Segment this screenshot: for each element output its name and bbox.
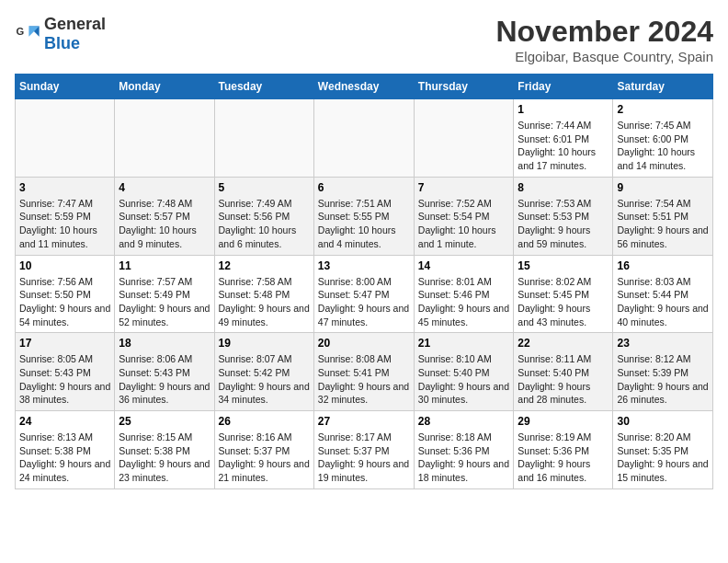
day-number: 26 (219, 415, 310, 428)
day-info: Sunrise: 8:03 AM Sunset: 5:44 PM Dayligh… (617, 275, 709, 329)
day-number: 29 (518, 415, 609, 428)
day-info: Sunrise: 7:47 AM Sunset: 5:59 PM Dayligh… (19, 197, 110, 251)
day-number: 18 (119, 337, 210, 350)
day-number: 13 (318, 259, 410, 272)
calendar-day-cell (214, 99, 313, 178)
calendar-day-cell (115, 99, 214, 178)
day-info: Sunrise: 7:51 AM Sunset: 5:55 PM Dayligh… (318, 197, 410, 251)
calendar-day-cell: 20Sunrise: 8:08 AM Sunset: 5:41 PM Dayli… (313, 333, 414, 411)
day-info: Sunrise: 8:18 AM Sunset: 5:36 PM Dayligh… (418, 431, 510, 485)
calendar-day-cell: 18Sunrise: 8:06 AM Sunset: 5:43 PM Dayli… (115, 333, 214, 411)
page-header: G General Blue November 2024 Elgoibar, B… (15, 15, 713, 64)
weekday-header: Saturday (613, 75, 713, 99)
calendar-day-cell (414, 99, 514, 178)
day-info: Sunrise: 7:49 AM Sunset: 5:56 PM Dayligh… (219, 197, 310, 251)
weekday-header: Monday (115, 75, 214, 99)
day-number: 7 (418, 181, 510, 194)
calendar-day-cell: 2Sunrise: 7:45 AM Sunset: 6:00 PM Daylig… (613, 99, 713, 178)
day-number: 30 (617, 415, 709, 428)
calendar-day-cell: 28Sunrise: 8:18 AM Sunset: 5:36 PM Dayli… (414, 411, 514, 489)
weekday-header: Tuesday (214, 75, 313, 99)
weekday-header: Thursday (414, 75, 514, 99)
day-number: 1 (518, 103, 609, 116)
day-number: 5 (219, 181, 310, 194)
day-number: 3 (19, 181, 110, 194)
day-info: Sunrise: 7:56 AM Sunset: 5:50 PM Dayligh… (19, 275, 110, 329)
day-info: Sunrise: 8:12 AM Sunset: 5:39 PM Dayligh… (617, 352, 709, 407)
day-number: 27 (318, 415, 410, 428)
day-number: 19 (219, 337, 310, 350)
calendar-day-cell: 16Sunrise: 8:03 AM Sunset: 5:44 PM Dayli… (613, 255, 713, 333)
day-info: Sunrise: 8:13 AM Sunset: 5:38 PM Dayligh… (19, 431, 110, 485)
calendar-week-row: 10Sunrise: 7:56 AM Sunset: 5:50 PM Dayli… (16, 255, 713, 333)
day-info: Sunrise: 7:54 AM Sunset: 5:51 PM Dayligh… (617, 197, 709, 251)
logo: G General Blue (15, 15, 106, 53)
calendar-week-row: 24Sunrise: 8:13 AM Sunset: 5:38 PM Dayli… (16, 411, 713, 489)
day-info: Sunrise: 8:20 AM Sunset: 5:35 PM Dayligh… (617, 431, 709, 485)
day-number: 15 (518, 259, 609, 272)
calendar-day-cell: 5Sunrise: 7:49 AM Sunset: 5:56 PM Daylig… (214, 177, 313, 255)
calendar-day-cell: 23Sunrise: 8:12 AM Sunset: 5:39 PM Dayli… (613, 333, 713, 411)
calendar-day-cell: 27Sunrise: 8:17 AM Sunset: 5:37 PM Dayli… (313, 411, 414, 489)
subtitle: Elgoibar, Basque Country, Spain (495, 49, 713, 64)
svg-text:G: G (16, 26, 24, 37)
day-info: Sunrise: 8:00 AM Sunset: 5:47 PM Dayligh… (318, 275, 410, 329)
day-number: 11 (119, 259, 210, 272)
main-title: November 2024 (495, 15, 713, 49)
calendar-day-cell: 24Sunrise: 8:13 AM Sunset: 5:38 PM Dayli… (16, 411, 115, 489)
calendar-week-row: 1Sunrise: 7:44 AM Sunset: 6:01 PM Daylig… (16, 99, 713, 178)
calendar-day-cell: 13Sunrise: 8:00 AM Sunset: 5:47 PM Dayli… (313, 255, 414, 333)
day-number: 17 (19, 337, 110, 350)
day-info: Sunrise: 8:16 AM Sunset: 5:37 PM Dayligh… (219, 431, 310, 485)
calendar-day-cell: 30Sunrise: 8:20 AM Sunset: 5:35 PM Dayli… (613, 411, 713, 489)
calendar-day-cell: 22Sunrise: 8:11 AM Sunset: 5:40 PM Dayli… (514, 333, 613, 411)
day-info: Sunrise: 8:02 AM Sunset: 5:45 PM Dayligh… (518, 275, 609, 329)
day-info: Sunrise: 8:01 AM Sunset: 5:46 PM Dayligh… (418, 275, 510, 329)
day-number: 10 (19, 259, 110, 272)
calendar-day-cell (16, 99, 115, 178)
calendar-day-cell: 19Sunrise: 8:07 AM Sunset: 5:42 PM Dayli… (214, 333, 313, 411)
calendar-day-cell: 21Sunrise: 8:10 AM Sunset: 5:40 PM Dayli… (414, 333, 514, 411)
day-info: Sunrise: 8:15 AM Sunset: 5:38 PM Dayligh… (119, 431, 210, 485)
day-info: Sunrise: 8:06 AM Sunset: 5:43 PM Dayligh… (119, 352, 210, 407)
day-info: Sunrise: 7:58 AM Sunset: 5:48 PM Dayligh… (219, 275, 310, 329)
day-number: 6 (318, 181, 410, 194)
day-info: Sunrise: 8:19 AM Sunset: 5:36 PM Dayligh… (518, 431, 609, 485)
day-number: 28 (418, 415, 510, 428)
day-number: 4 (119, 181, 210, 194)
day-number: 21 (418, 337, 510, 350)
day-number: 16 (617, 259, 709, 272)
day-info: Sunrise: 7:44 AM Sunset: 6:01 PM Dayligh… (518, 119, 609, 173)
calendar-day-cell: 10Sunrise: 7:56 AM Sunset: 5:50 PM Dayli… (16, 255, 115, 333)
calendar-day-cell: 3Sunrise: 7:47 AM Sunset: 5:59 PM Daylig… (16, 177, 115, 255)
logo-icon: G (15, 21, 40, 47)
day-info: Sunrise: 8:05 AM Sunset: 5:43 PM Dayligh… (19, 352, 110, 407)
calendar-day-cell: 12Sunrise: 7:58 AM Sunset: 5:48 PM Dayli… (214, 255, 313, 333)
day-info: Sunrise: 8:08 AM Sunset: 5:41 PM Dayligh… (318, 352, 410, 407)
weekday-header: Friday (514, 75, 613, 99)
day-info: Sunrise: 8:17 AM Sunset: 5:37 PM Dayligh… (318, 431, 410, 485)
day-number: 23 (617, 337, 709, 350)
calendar-day-cell: 17Sunrise: 8:05 AM Sunset: 5:43 PM Dayli… (16, 333, 115, 411)
day-info: Sunrise: 8:11 AM Sunset: 5:40 PM Dayligh… (518, 352, 609, 407)
day-number: 8 (518, 181, 609, 194)
day-number: 20 (318, 337, 410, 350)
weekday-header: Wednesday (313, 75, 414, 99)
day-number: 2 (617, 103, 709, 116)
weekday-header: Sunday (16, 75, 115, 99)
day-info: Sunrise: 7:48 AM Sunset: 5:57 PM Dayligh… (119, 197, 210, 251)
title-area: November 2024 Elgoibar, Basque Country, … (495, 15, 713, 64)
calendar-day-cell: 15Sunrise: 8:02 AM Sunset: 5:45 PM Dayli… (514, 255, 613, 333)
day-info: Sunrise: 8:10 AM Sunset: 5:40 PM Dayligh… (418, 352, 510, 407)
day-info: Sunrise: 8:07 AM Sunset: 5:42 PM Dayligh… (219, 352, 310, 407)
day-info: Sunrise: 7:57 AM Sunset: 5:49 PM Dayligh… (119, 275, 210, 329)
calendar-day-cell (313, 99, 414, 178)
logo-text: General Blue (44, 15, 106, 53)
day-number: 9 (617, 181, 709, 194)
calendar-day-cell: 7Sunrise: 7:52 AM Sunset: 5:54 PM Daylig… (414, 177, 514, 255)
calendar-day-cell: 4Sunrise: 7:48 AM Sunset: 5:57 PM Daylig… (115, 177, 214, 255)
calendar-week-row: 3Sunrise: 7:47 AM Sunset: 5:59 PM Daylig… (16, 177, 713, 255)
calendar-day-cell: 29Sunrise: 8:19 AM Sunset: 5:36 PM Dayli… (514, 411, 613, 489)
day-number: 24 (19, 415, 110, 428)
calendar-week-row: 17Sunrise: 8:05 AM Sunset: 5:43 PM Dayli… (16, 333, 713, 411)
